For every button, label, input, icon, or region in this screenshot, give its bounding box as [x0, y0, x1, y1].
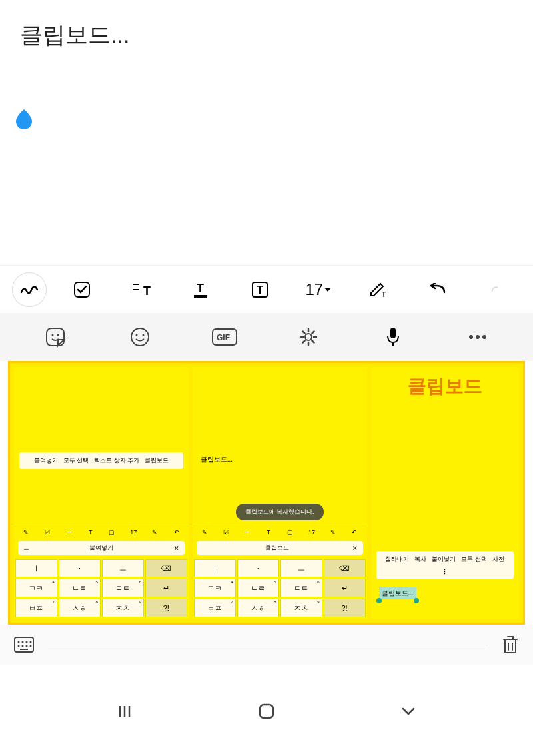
svg-rect-18	[390, 328, 396, 338]
svg-point-27	[18, 645, 20, 647]
svg-rect-31	[20, 649, 28, 650]
mini-keyboard-2: ㅣ · ㅡ ⌫ ㄱㅋ4 ㄴㄹ5 ㄷㅌ6 ↵ ㅂㅍ7 ㅅㅎ8 ㅈㅊ9 ?!	[193, 558, 367, 619]
gif-button[interactable]: GIF	[205, 328, 245, 346]
checkbox-button[interactable]	[59, 273, 105, 306]
settings-button[interactable]	[288, 326, 328, 348]
delete-button[interactable]	[501, 634, 520, 655]
clipboard-item-3[interactable]: 클립보드 잘라내기 복사 붙여넣기 모두 선택 사전 ⋮ 클립보드...	[371, 367, 519, 619]
undo-button[interactable]	[414, 273, 461, 306]
svg-point-28	[22, 645, 24, 647]
svg-point-12	[131, 328, 149, 346]
suggestion-row-1: ㅡ 붙여넣기 ✕	[18, 541, 185, 555]
text-format-button[interactable]: T	[118, 273, 165, 306]
context-menu-1: 붙여넣기 모두 선택 텍스트 상자 추가 클립보드	[19, 452, 183, 469]
svg-rect-5	[194, 295, 207, 298]
svg-text:T: T	[143, 284, 151, 298]
svg-point-17	[305, 334, 312, 340]
clipboard-title: 클립보드	[371, 367, 519, 402]
text-box-button[interactable]: T	[237, 273, 283, 306]
voice-button[interactable]	[373, 326, 413, 348]
navigation-bar	[0, 691, 533, 731]
svg-point-30	[30, 645, 32, 647]
more-button[interactable]	[458, 334, 498, 340]
note-content-area[interactable]: 클립보드...	[0, 0, 533, 265]
clipboard-panel: 붙여넣기 모두 선택 텍스트 상자 추가 클립보드 ✎☑☰T▢17✎↶ ㅡ 붙여…	[8, 361, 525, 625]
svg-point-19	[469, 335, 473, 339]
home-button[interactable]	[253, 703, 280, 720]
recents-button[interactable]	[111, 703, 138, 719]
svg-point-24	[22, 641, 24, 643]
svg-text:T: T	[197, 282, 204, 295]
font-size-value: 17	[305, 280, 323, 299]
selected-text: 클립보드...	[379, 587, 416, 599]
svg-point-20	[476, 335, 480, 339]
mini-toolbar-1: ✎☑☰T▢17✎↶	[14, 526, 189, 538]
keyboard-toggle-button[interactable]	[13, 636, 35, 653]
svg-rect-35	[260, 705, 273, 718]
svg-text:GIF: GIF	[217, 333, 230, 342]
svg-point-23	[18, 641, 20, 643]
emoji-button[interactable]	[120, 326, 160, 348]
mini-keyboard-1: ㅣ · ㅡ ⌫ ㄱㅋ4 ㄴㄹ5 ㄷㅌ6 ↵ ㅂㅍ7 ㅅㅎ8 ㅈㅊ9 ?!	[14, 558, 189, 619]
font-size-button[interactable]: 17	[296, 273, 342, 306]
spacer	[48, 645, 488, 645]
pen-text-button[interactable]: T	[355, 273, 402, 306]
text-color-button[interactable]: T	[177, 273, 224, 306]
clipboard-item-1[interactable]: 붙여넣기 모두 선택 텍스트 상자 추가 클립보드 ✎☑☰T▢17✎↶ ㅡ 붙여…	[14, 367, 189, 619]
svg-point-10	[52, 334, 54, 336]
svg-point-13	[135, 334, 137, 336]
copy-toast: 클립보드에 복사했습니다.	[236, 504, 324, 520]
svg-point-11	[57, 334, 59, 336]
sticker-button[interactable]	[35, 326, 75, 348]
svg-point-14	[142, 334, 144, 336]
handwriting-button[interactable]	[13, 273, 46, 306]
mini-toolbar-2: ✎☑☰T▢17✎↶	[193, 526, 367, 538]
svg-point-21	[482, 335, 486, 339]
note-text[interactable]: 클립보드...	[20, 20, 513, 51]
clip2-text: 클립보드...	[193, 447, 367, 472]
svg-point-29	[26, 645, 28, 647]
svg-point-25	[26, 641, 28, 643]
svg-text:T: T	[257, 284, 263, 296]
suggestion-row-2: 클립보드 ✕	[197, 541, 363, 555]
clipboard-bottom-bar	[0, 625, 533, 665]
redo-button[interactable]	[473, 273, 520, 306]
cursor-handle[interactable]	[16, 109, 32, 129]
keyboard-toolbar: GIF	[0, 313, 533, 361]
svg-text:T: T	[382, 291, 386, 298]
back-button[interactable]	[395, 706, 422, 717]
context-menu-3: 잘라내기 복사 붙여넣기 모두 선택 사전 ⋮	[376, 551, 514, 579]
clipboard-item-2[interactable]: 클립보드... 클립보드에 복사했습니다. ✎☑☰T▢17✎↶ 클립보드 ✕ ㅣ…	[193, 367, 367, 619]
format-toolbar: T T T 17 T	[0, 265, 533, 313]
svg-point-26	[30, 641, 32, 643]
